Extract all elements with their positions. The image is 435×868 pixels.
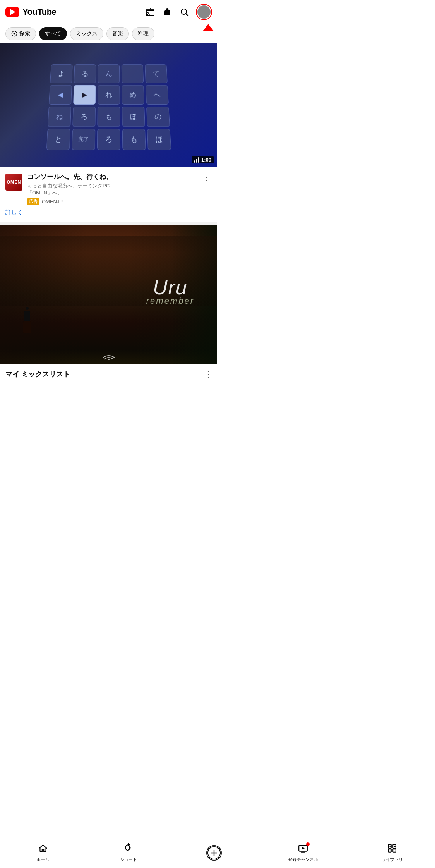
ad-learn-more-link[interactable]: 詳しく (5, 209, 212, 216)
keyboard-grid: よ る ん て ◀ ▶ れ め へ ね ろ も ほ の と 完了 ろ も ほ (39, 58, 178, 156)
cast-icon[interactable] (145, 7, 156, 17)
key-cell: 完了 (72, 129, 95, 150)
key-cell: ほ (147, 129, 171, 150)
key-cell: と (46, 129, 70, 150)
svg-point-8 (108, 359, 110, 360)
uru-subtitle: remember (146, 296, 194, 306)
radio-waves-icon (101, 351, 116, 360)
omen-channel-icon[interactable]: OMEN (5, 174, 22, 191)
key-cell: る (74, 64, 96, 83)
header: YouTube (0, 0, 218, 24)
video-duration: 1:00 (192, 156, 214, 163)
uru-bg: Uru remember (0, 225, 218, 364)
avatar[interactable] (197, 5, 211, 19)
key-cell: ろ (97, 129, 120, 150)
svg-rect-0 (146, 10, 154, 16)
header-left: YouTube (5, 7, 56, 17)
key-cell: ろ (72, 106, 96, 127)
explore-icon (11, 31, 17, 37)
ad-top: OMEN コンソールへ。先、行くね。 もっと自由な場所へ。ゲーミングPC「OME… (5, 173, 212, 205)
ad-channel-name: OMENJP (42, 199, 63, 205)
svg-marker-7 (13, 32, 16, 35)
key-cell: も (122, 129, 146, 150)
video1-thumbnail[interactable]: よ る ん て ◀ ▶ れ め へ ね ろ も ほ の と 完了 ろ も ほ (0, 43, 218, 167)
category-bar: 探索 すべて ミックス 音楽 料理 (0, 24, 218, 43)
key-cell-highlighted: ▶ (73, 85, 96, 104)
svg-line-5 (186, 14, 188, 16)
ad-badge: 広告 (27, 198, 39, 205)
key-cell: れ (98, 85, 120, 104)
key-cell: ね (48, 106, 71, 127)
ad-subtitle: もっと自由な場所へ。ゲーミングPC「OMEN」へ。 (27, 182, 197, 196)
section-title: マイ ミックスリスト (5, 370, 70, 379)
ad-meta: 広告 OMENJP (27, 198, 197, 205)
key-cell: て (145, 64, 167, 83)
key-cell: ほ (122, 106, 145, 127)
youtube-wordmark: YouTube (22, 7, 56, 17)
notification-icon[interactable] (162, 7, 173, 17)
keyboard-bg: よ る ん て ◀ ▶ れ め へ ね ろ も ほ の と 完了 ろ も ほ (0, 43, 218, 167)
category-cooking[interactable]: 料理 (132, 27, 154, 40)
section-more-button[interactable]: ⋮ (204, 370, 212, 379)
ad-info: コンソールへ。先、行くね。 もっと自由な場所へ。ゲーミングPC「OMEN」へ。 … (27, 173, 197, 205)
ad-more-button[interactable]: ⋮ (201, 173, 212, 182)
category-mix[interactable]: ミックス (70, 27, 103, 40)
key-cell: ◀ (49, 85, 72, 104)
key-cell: の (146, 106, 170, 127)
ad-card: OMEN コンソールへ。先、行くね。 もっと自由な場所へ。ゲーミングPC「OME… (0, 167, 218, 225)
section-header: マイ ミックスリスト ⋮ (0, 364, 218, 382)
key-cell: も (97, 106, 120, 127)
bars-icon (194, 157, 199, 163)
uru-title: Uru (146, 277, 194, 297)
svg-point-1 (146, 15, 147, 16)
key-cell (122, 64, 144, 83)
category-music[interactable]: 音楽 (106, 27, 129, 40)
figure-silhouette (23, 307, 31, 333)
key-cell: め (122, 85, 144, 104)
uru-text: Uru remember (146, 277, 194, 306)
category-explore[interactable]: 探索 (5, 27, 36, 40)
arrow-indicator (203, 24, 214, 31)
ad-title: コンソールへ。先、行くね。 (27, 173, 197, 181)
search-icon[interactable] (179, 7, 190, 17)
key-cell: へ (146, 85, 169, 104)
youtube-logo-icon (5, 7, 19, 17)
key-cell: よ (50, 64, 72, 83)
header-right (145, 4, 212, 20)
category-all[interactable]: すべて (39, 27, 67, 40)
key-cell: ん (98, 64, 120, 83)
avatar-wrapper[interactable] (196, 4, 212, 20)
video2-thumbnail[interactable]: Uru remember (0, 225, 218, 364)
